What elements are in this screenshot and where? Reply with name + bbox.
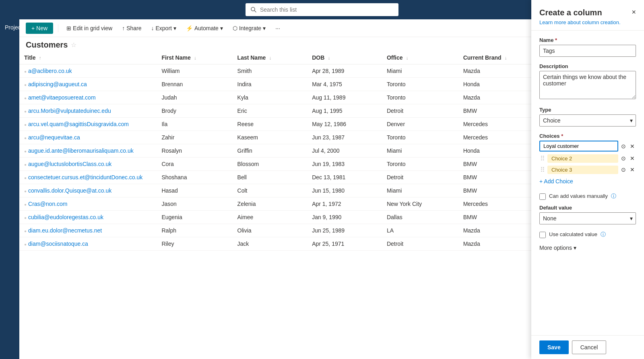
cell-title[interactable]: ●arcu@nequevitae.ca [19, 131, 157, 144]
cell-title[interactable]: ●diam.eu.dolor@necmetus.net [19, 224, 157, 237]
save-button[interactable]: Save [539, 340, 569, 354]
star-icon[interactable]: ☆ [71, 41, 76, 49]
cell-office: Toronto [382, 78, 458, 91]
row-icon: ● [24, 83, 27, 87]
choice-1-input[interactable] [539, 141, 618, 151]
cell-title[interactable]: ●augue@luctuslobortisClass.co.uk [19, 158, 157, 171]
cell-dob: Apr 1, 1972 [307, 197, 382, 211]
col-title[interactable]: Title ↑ [19, 51, 157, 64]
automate-label: Automate [194, 25, 219, 31]
choice-2-tag: Choice 2 [547, 154, 618, 163]
cell-lastname: Aimee [233, 211, 308, 224]
edit-grid-button[interactable]: ⊞ Edit in grid view [63, 23, 116, 34]
panel-footer: Save Cancel [531, 335, 644, 359]
choice-2-color-button[interactable]: ⊙ [620, 154, 627, 163]
description-textarea[interactable]: Certain things we know about the custome… [539, 71, 636, 99]
name-input[interactable] [539, 45, 636, 57]
row-icon: ● [24, 122, 27, 127]
integrate-icon: ⬡ [233, 25, 237, 31]
export-label: Export [155, 25, 171, 31]
app-area: ProjectApex + New ⊞ Edit in grid view ↑ … [0, 19, 644, 359]
cell-firstname: Riley [157, 237, 232, 251]
add-choice-button[interactable]: + Add Choice [539, 176, 573, 186]
cell-firstname: Shoshana [157, 171, 232, 184]
create-column-panel: Create a column Learn more about column … [531, 19, 644, 359]
chevron-down-icon-2: ▾ [220, 25, 223, 31]
cell-title[interactable]: ●convallis.dolor.Quisque@at.co.uk [19, 184, 157, 197]
name-field-label: Name [539, 37, 636, 43]
cell-dob: Apr 28, 1989 [307, 64, 382, 78]
automate-icon: ⚡ [186, 25, 193, 31]
col-firstname[interactable]: First Name ↓ [157, 51, 232, 64]
cell-firstname: Rosalyn [157, 144, 232, 158]
more-toolbar-button[interactable]: ··· [272, 23, 283, 34]
cell-lastname: Smith [233, 64, 308, 78]
col-dob[interactable]: DOB ↓ [307, 51, 382, 64]
cell-office: Dallas [382, 211, 458, 224]
chevron-down-icon-more: ▾ [574, 245, 576, 251]
can-add-manually-checkbox[interactable] [539, 193, 546, 200]
cell-title[interactable]: ●cubilia@eudoloregestas.co.uk [19, 211, 157, 224]
choice-1-delete-button[interactable]: ✕ [629, 142, 636, 151]
search-icon [250, 6, 257, 13]
choices-field-label: Choices [539, 133, 636, 139]
cell-firstname: Brody [157, 104, 232, 118]
cell-office: Detroit [382, 171, 458, 184]
svg-line-1 [254, 10, 256, 12]
cell-title[interactable]: ●arcu.vel.quam@sagittisDuisgravida.com [19, 118, 157, 131]
col-office[interactable]: Office ↓ [382, 51, 458, 64]
can-add-info-icon[interactable]: ⓘ [611, 193, 616, 199]
cell-dob: Jun 19, 1983 [307, 158, 382, 171]
use-calculated-row: Use calculated value ⓘ [539, 231, 636, 238]
choice-2-item: ⠿ Choice 2 ⊙ ✕ [539, 154, 636, 163]
cell-title[interactable]: ●augue.id.ante@liberomaurisaliquam.co.uk [19, 144, 157, 158]
choice-input-row: ⊙ ✕ [539, 141, 636, 151]
row-icon: ● [24, 216, 27, 220]
use-calculated-checkbox[interactable] [539, 232, 546, 238]
cancel-button[interactable]: Cancel [572, 340, 607, 354]
choice-3-tag: Choice 3 [547, 166, 618, 174]
choice-3-delete-button[interactable]: ✕ [629, 165, 636, 174]
sort-arrow-lastname: ↓ [269, 55, 271, 61]
drag-handle-choice-3[interactable]: ⠿ [539, 166, 546, 174]
col-lastname[interactable]: Last Name ↓ [233, 51, 308, 64]
cell-office: Toronto [382, 131, 458, 144]
integrate-button[interactable]: ⬡ Integrate ▾ [229, 23, 269, 34]
cell-dob: Aug 1, 1995 [307, 104, 382, 118]
cell-lastname: Blossom [233, 158, 308, 171]
cell-title[interactable]: ●a@aclibero.co.uk [19, 64, 157, 78]
cell-title[interactable]: ●arcu.Morbi@vulputateduinec.edu [19, 104, 157, 118]
cell-dob: Apr 25, 1971 [307, 237, 382, 251]
cell-firstname: William [157, 64, 232, 78]
learn-more-link[interactable]: Learn more about column creation. [539, 19, 621, 25]
type-select-wrapper: Choice Single line of text Number ▾ [539, 114, 636, 127]
cell-office: Miami [382, 144, 458, 158]
search-input[interactable] [260, 6, 394, 13]
cell-dob: Jun 23, 1987 [307, 131, 382, 144]
name-field-group: Name [539, 37, 636, 57]
more-options-button[interactable]: More options ▾ [539, 243, 576, 253]
type-select[interactable]: Choice Single line of text Number [539, 114, 636, 127]
choice-3-color-button[interactable]: ⊙ [620, 165, 627, 174]
drag-handle-choice-2[interactable]: ⠿ [539, 155, 546, 162]
choice-1-color-button[interactable]: ⊙ [620, 142, 627, 151]
new-button[interactable]: + New [26, 23, 53, 34]
use-calculated-info-icon[interactable]: ⓘ [601, 231, 606, 237]
cell-firstname: Eugenia [157, 211, 232, 224]
cell-title[interactable]: ●adipiscing@augueut.ca [19, 78, 157, 91]
search-box[interactable] [246, 3, 398, 16]
export-button[interactable]: ↓ Export ▾ [148, 23, 179, 34]
row-icon: ● [24, 136, 27, 140]
cell-title[interactable]: ●Cras@non.com [19, 197, 157, 211]
automate-button[interactable]: ⚡ Automate ▾ [183, 23, 226, 34]
cell-title[interactable]: ●amet@vitaeposuereat.com [19, 91, 157, 104]
cell-title[interactable]: ●consectetuer.cursus.et@tinciduntDonec.c… [19, 171, 157, 184]
col-firstname-label: First Name [161, 54, 190, 61]
default-value-select[interactable]: None [539, 212, 636, 224]
default-value-label: Default value [539, 205, 636, 211]
share-button[interactable]: ↑ Share [119, 23, 144, 34]
project-label: ProjectApex [0, 19, 19, 35]
choice-2-delete-button[interactable]: ✕ [629, 154, 636, 163]
row-icon: ● [24, 162, 27, 167]
cell-title[interactable]: ●diam@sociisnatoque.ca [19, 237, 157, 251]
